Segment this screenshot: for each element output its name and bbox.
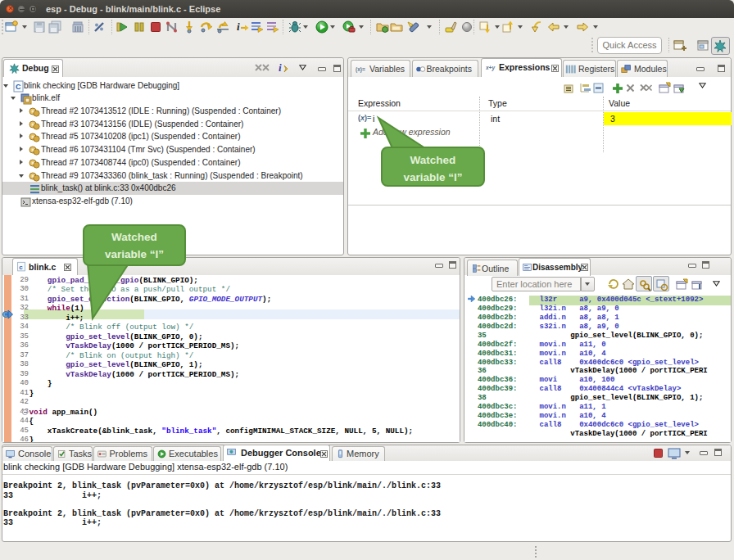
svg-text:x+y: x+y: [486, 65, 495, 71]
svg-text:i: i: [279, 61, 282, 74]
svg-text:c: c: [19, 264, 23, 271]
svg-text:C: C: [16, 83, 21, 91]
svg-text:i: i: [237, 20, 240, 33]
svg-text:(x)=: (x)=: [356, 65, 365, 72]
